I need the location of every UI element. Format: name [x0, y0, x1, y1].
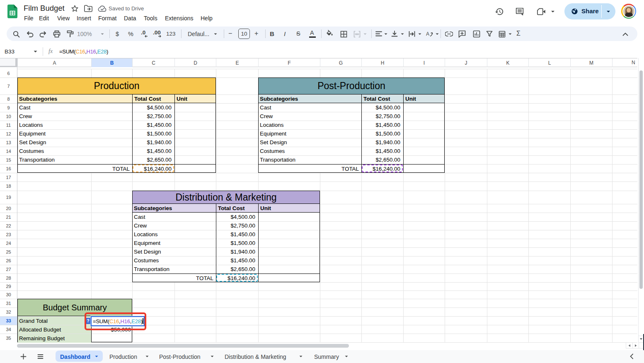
svg-text:A: A [426, 31, 429, 37]
